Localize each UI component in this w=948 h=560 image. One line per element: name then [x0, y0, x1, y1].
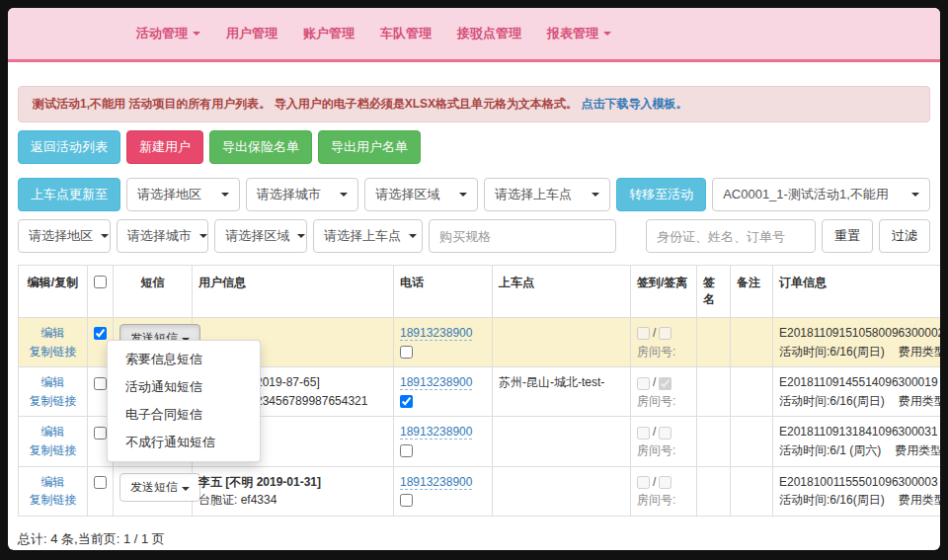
remark-cell	[731, 466, 773, 516]
menu-item-activity-notice-sms[interactable]: 活动通知短信	[108, 373, 260, 401]
activity-time: 活动时间:6/1 (周六)	[779, 443, 881, 457]
nav-label: 报表管理	[547, 25, 598, 42]
target-activity-select[interactable]: AC0001_1-测试活动1,不能用	[712, 178, 930, 211]
phone-checkbox[interactable]	[400, 346, 413, 359]
pickup-point-select[interactable]: 请选择上车点	[484, 178, 610, 211]
room-number-label: 房间号:	[637, 343, 690, 361]
activity-time: 活动时间:6/16(周日)	[779, 493, 885, 507]
nav-label: 接驳点管理	[457, 25, 521, 42]
menu-item-request-info-sms[interactable]: 索要信息短信	[108, 346, 260, 373]
edit-link[interactable]: 编辑	[25, 423, 81, 441]
caret-down-icon	[297, 234, 305, 238]
col-sms: 短信	[114, 266, 193, 318]
room-number-label: 房间号:	[637, 441, 690, 460]
phone-checkbox[interactable]	[400, 395, 413, 408]
sign-out-checkbox	[659, 427, 672, 440]
phone-checkbox[interactable]	[400, 494, 413, 507]
activity-time: 活动时间:6/16(周日)	[779, 394, 885, 408]
select-all-checkbox[interactable]	[94, 276, 107, 288]
menu-item-e-contract-sms[interactable]: 电子合同短信	[108, 401, 260, 429]
copy-link[interactable]: 复制链接	[25, 392, 81, 411]
caret-down-icon	[221, 193, 229, 197]
col-pickup: 上车点	[493, 266, 631, 318]
back-to-activity-list-button[interactable]: 返回活动列表	[18, 130, 120, 164]
signature-cell	[697, 417, 731, 466]
signature-cell	[697, 318, 731, 367]
nav-item-activity-mgmt[interactable]: 活动管理	[136, 25, 200, 42]
row-checkbox[interactable]	[94, 427, 107, 440]
col-remark: 备注	[731, 266, 773, 318]
copy-link[interactable]: 复制链接	[25, 491, 81, 510]
caret-down-icon	[592, 193, 599, 197]
row-checkbox[interactable]	[94, 327, 107, 340]
edit-link[interactable]: 编辑	[25, 473, 81, 492]
nav-label: 活动管理	[136, 25, 188, 42]
sign-in-checkbox	[637, 327, 650, 340]
phone-link[interactable]: 18913238900	[400, 425, 472, 440]
caret-down-icon	[199, 234, 207, 238]
caret-down-icon	[182, 487, 190, 491]
copy-link[interactable]: 复制链接	[25, 441, 81, 460]
sign-out-checkbox	[659, 327, 672, 340]
nav-item-shuttle-point-mgmt[interactable]: 接驳点管理	[457, 25, 521, 42]
caret-down-icon	[911, 193, 919, 197]
nav-item-user-mgmt[interactable]: 用户管理	[226, 25, 277, 42]
transfer-to-activity-button[interactable]: 转移至活动	[616, 178, 706, 211]
alert-text: 导入用户的电子档必须是XLSX格式且单元格为文本格式。	[275, 97, 578, 111]
user-info-line2: 23456789987654321	[256, 392, 387, 411]
order-number: E2018110915105800963000025	[779, 324, 940, 343]
phone-link[interactable]: 18913238900	[400, 326, 472, 341]
sms-dropdown-menu: 索要信息短信 活动通知短信 电子合同短信 不成行通知短信	[107, 340, 261, 462]
remark-cell	[731, 367, 773, 417]
filter-row-update: 上车点更新至 请选择地区 请选择城市 请选择区域 请选择上车点 转移至活动 AC…	[18, 178, 930, 211]
phone-link[interactable]: 18913238900	[400, 375, 472, 390]
update-pickup-point-button[interactable]: 上车点更新至	[18, 178, 120, 211]
remark-cell	[731, 417, 773, 466]
edit-link[interactable]: 编辑	[25, 373, 81, 392]
send-sms-button[interactable]: 发送短信	[119, 473, 200, 502]
export-user-list-button[interactable]: 导出用户名单	[318, 130, 421, 164]
slash: /	[653, 475, 656, 489]
export-insurance-list-button[interactable]: 导出保险名单	[209, 130, 312, 164]
table-header-row: 编辑/复制 短信 用户信息 电话 上车点 签到/签离 签名 备注 订单信息	[19, 266, 941, 318]
filter-district-select[interactable]: 请选择区域	[214, 219, 307, 253]
edit-link[interactable]: 编辑	[25, 324, 81, 343]
district-select[interactable]: 请选择区域	[364, 178, 478, 211]
caret-down-icon	[101, 234, 109, 238]
new-user-button[interactable]: 新建用户	[126, 130, 203, 164]
caret-down-icon	[459, 193, 467, 197]
row-checkbox[interactable]	[94, 476, 107, 489]
pickup-point: 苏州-昆山-城北-test-	[499, 375, 604, 389]
search-input[interactable]	[646, 219, 816, 253]
nav-item-report-mgmt[interactable]: 报表管理	[547, 25, 611, 42]
filter-city-select[interactable]: 请选择城市	[117, 219, 209, 253]
select-value: 请选择城市	[127, 227, 192, 245]
select-value: 请选择区域	[375, 186, 439, 203]
slash: /	[653, 375, 656, 389]
row-checkbox[interactable]	[94, 377, 107, 390]
filter-pickup-point-select[interactable]: 请选择上车点	[313, 219, 423, 253]
order-number: E20181109131841096300031	[779, 423, 940, 441]
fee-type: 费用类型	[899, 493, 940, 507]
city-select[interactable]: 请选择城市	[246, 178, 359, 211]
sms-button-label: 发送短信	[130, 480, 178, 494]
download-template-link[interactable]: 点击下载导入模板。	[581, 97, 687, 111]
col-signature: 签名	[697, 266, 731, 318]
reset-button[interactable]: 重置	[822, 219, 873, 253]
select-value: 请选择区域	[225, 227, 289, 245]
phone-link[interactable]: 18913238900	[400, 475, 472, 490]
nav-item-fleet-mgmt[interactable]: 车队管理	[380, 25, 432, 42]
copy-link[interactable]: 复制链接	[25, 343, 81, 361]
menu-item-cancel-notice-sms[interactable]: 不成行通知短信	[108, 429, 260, 456]
filter-button[interactable]: 过滤	[879, 219, 930, 253]
region-select[interactable]: 请选择地区	[126, 178, 240, 211]
fee-type: 费用类型	[895, 443, 940, 457]
activity-time: 活动时间:6/16(周日)	[779, 345, 885, 359]
purchase-spec-input[interactable]	[429, 219, 616, 253]
phone-checkbox[interactable]	[400, 444, 413, 457]
filter-region-select[interactable]: 请选择地区	[18, 219, 111, 253]
signature-cell	[697, 367, 731, 417]
filter-row-search: 请选择地区 请选择城市 请选择区域 请选择上车点 重置 过滤	[18, 219, 930, 253]
nav-item-account-mgmt[interactable]: 账户管理	[303, 25, 355, 42]
caret-down-icon	[409, 234, 417, 238]
